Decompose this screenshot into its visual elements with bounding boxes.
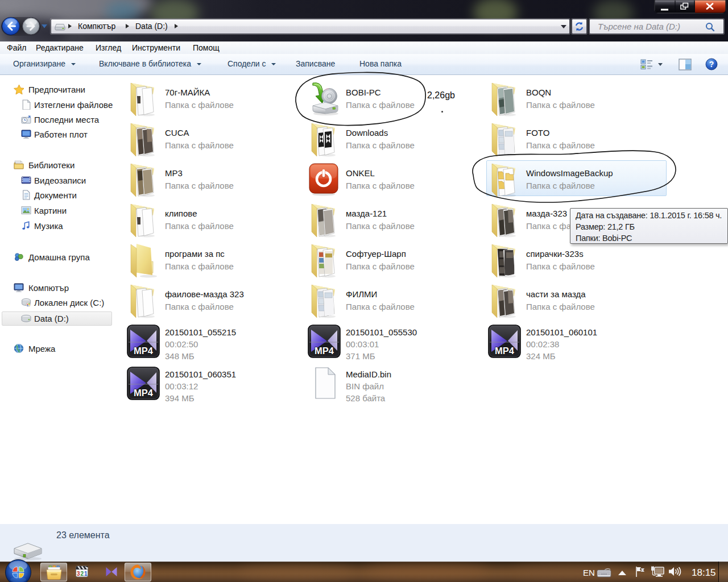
svg-text:MP4: MP4	[134, 346, 154, 356]
svg-text:MP4: MP4	[134, 388, 154, 398]
svg-text:1: 1	[84, 571, 88, 577]
svg-text:2: 2	[81, 571, 84, 577]
svg-text:3: 3	[77, 571, 80, 577]
svg-text:MP4: MP4	[495, 346, 515, 356]
svg-text:?: ?	[709, 60, 714, 69]
svg-text:MP4: MP4	[315, 346, 334, 356]
